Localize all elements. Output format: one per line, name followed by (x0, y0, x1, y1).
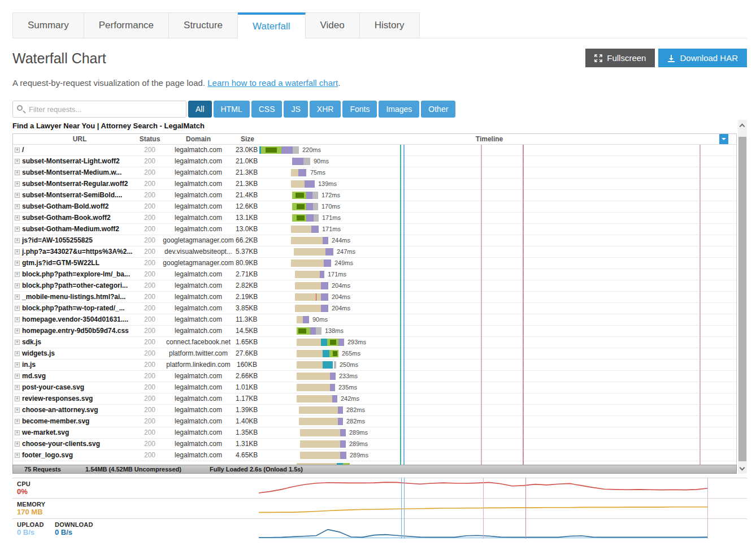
request-url: subset-Gotham-Bold.woff2 (21, 201, 138, 212)
table-row[interactable]: +choose-your-clients.svg200legalmatch.co… (13, 439, 736, 450)
filter-btn-other[interactable]: Other (421, 101, 455, 118)
expand-row-icon[interactable]: + (15, 249, 20, 254)
tab-video[interactable]: Video (306, 12, 360, 38)
table-row[interactable]: +choose-an-attorney.svg200legalmatch.com… (13, 405, 736, 416)
tab-structure[interactable]: Structure (169, 12, 238, 38)
table-row[interactable]: +subset-Gotham-Bold.woff2200legalmatch.c… (13, 201, 736, 213)
expand-row-icon[interactable]: + (15, 148, 20, 153)
table-row[interactable]: +footer_logo.svg200legalmatch.com4.65KB2… (13, 450, 736, 461)
expand-row-icon[interactable]: + (15, 261, 20, 266)
download-har-button[interactable]: Download HAR (658, 49, 747, 67)
request-timeline: 172ms (259, 190, 736, 201)
expand-row-icon[interactable]: + (15, 351, 20, 356)
table-row[interactable]: +block.php?path=other-categori...200lega… (13, 280, 736, 292)
table-row[interactable]: +block.php?path=w-top-rated/_...200legal… (13, 303, 736, 314)
table-row[interactable]: +subset-Montserrat-Light.woff2200legalma… (13, 156, 736, 167)
request-url: choose-an-attorney.svg (21, 405, 138, 416)
table-row[interactable]: +subset-Gotham-Book.woff2200legalmatch.c… (13, 213, 736, 224)
table-row[interactable]: +homepage.entry-9d50b59d74.css200legalma… (13, 326, 736, 337)
tab-performance[interactable]: Performance (84, 12, 169, 38)
filter-btn-css[interactable]: CSS (251, 101, 283, 118)
filter-btn-xhr[interactable]: XHR (310, 101, 341, 118)
request-url: widgets.js (21, 348, 138, 359)
tab-history[interactable]: History (360, 12, 420, 38)
table-row[interactable]: +review-responses.svg200legalmatch.com1.… (13, 393, 736, 405)
table-row[interactable]: +subset-Montserrat-Medium.w...200legalma… (13, 167, 736, 179)
scrollbar-thumb[interactable] (738, 137, 746, 461)
table-row[interactable]: +subset-Montserrat-SemiBold....200legalm… (13, 190, 736, 201)
scroll-up-icon[interactable] (740, 123, 745, 128)
expand-row-icon[interactable]: + (15, 272, 20, 277)
waterfall-help-link[interactable]: Learn how to read a waterfall chart (207, 78, 338, 88)
table-row[interactable]: +homepage.vendor-3504d01631....200legalm… (13, 314, 736, 326)
expand-row-icon[interactable]: + (15, 159, 20, 164)
tab-summary[interactable]: Summary (12, 12, 84, 38)
filter-btn-all[interactable]: All (188, 101, 212, 118)
expand-row-icon[interactable]: + (15, 328, 20, 334)
expand-row-icon[interactable]: + (15, 453, 20, 458)
cpu-chart (259, 478, 708, 499)
expand-row-icon[interactable]: + (15, 442, 20, 447)
expand-row-icon[interactable]: + (15, 295, 20, 300)
table-row[interactable]: +sdk.js200connect.facebook.net1.65KB293m… (13, 337, 736, 348)
expand-row-icon[interactable]: + (15, 408, 20, 413)
expand-row-icon[interactable]: + (15, 215, 20, 220)
request-size: 1.01KB (236, 382, 259, 393)
timeline-options-dropdown[interactable] (719, 134, 728, 144)
table-row[interactable]: +widgets.js200platform.twitter.com27.6KB… (13, 348, 736, 360)
filter-btn-images[interactable]: Images (379, 101, 419, 118)
request-size: 80.9KB (236, 258, 259, 269)
filter-btn-fonts[interactable]: Fonts (342, 101, 377, 118)
filter-btn-js[interactable]: JS (284, 101, 307, 118)
request-domain: googletagmanager.com (161, 258, 236, 269)
request-timeline: 247ms (259, 246, 736, 257)
request-domain: legalmatch.com (161, 371, 236, 382)
filter-requests-input[interactable] (12, 101, 186, 118)
table-row[interactable]: +subset-Montserrat-Regular.woff2200legal… (13, 179, 736, 190)
expand-row-icon[interactable]: + (15, 340, 20, 345)
waterfall-segment-r (316, 293, 316, 301)
expand-row-icon[interactable]: + (15, 204, 20, 209)
expand-row-icon[interactable]: + (15, 430, 20, 435)
expand-row-icon[interactable]: + (15, 283, 20, 288)
request-status: 200 (138, 393, 161, 404)
expand-row-icon[interactable]: + (15, 317, 20, 322)
vertical-scrollbar[interactable] (738, 120, 747, 474)
request-time-label: 247ms (337, 246, 355, 257)
table-row[interactable]: +md.svg200legalmatch.com2.66KB233ms (13, 371, 736, 382)
expand-row-icon[interactable]: + (15, 374, 20, 379)
table-row[interactable]: +j.php?a=343027&u=https%3A%2...200dev.vi… (13, 246, 736, 258)
expand-row-icon[interactable]: + (15, 170, 20, 175)
request-status: 200 (138, 427, 161, 438)
request-size: 5.37KB (236, 246, 259, 257)
expand-row-icon[interactable]: + (15, 227, 20, 232)
request-time-label: 282ms (346, 405, 365, 416)
filter-btn-html[interactable]: HTML (214, 101, 250, 118)
table-row[interactable]: +block.php?path=explore-lm/_ba...200lega… (13, 269, 736, 280)
request-size: 1.35KB (236, 427, 259, 438)
table-row[interactable]: +in.js200platform.linkedin.com160KB250ms (13, 360, 736, 371)
table-row[interactable]: +subset-Gotham-Medium.woff2200legalmatch… (13, 224, 736, 235)
expand-row-icon[interactable]: + (15, 419, 20, 424)
expand-row-icon[interactable]: + (15, 306, 20, 311)
table-row[interactable]: +js?id=AW-1055255825200googletagmanager.… (13, 235, 736, 246)
scroll-down-icon[interactable] (740, 466, 745, 471)
waterfall-segment-dk (266, 148, 277, 153)
request-size: 4.65KB (236, 450, 259, 461)
table-row[interactable]: +we-market.svg200legalmatch.com1.35KB289… (13, 427, 736, 439)
fullscreen-button[interactable]: Fullscreen (585, 49, 655, 67)
table-row[interactable]: +_mobile-menu-listings.html?ai...200lega… (13, 292, 736, 303)
request-timeline: 220ms (259, 145, 736, 155)
expand-row-icon[interactable]: + (15, 396, 20, 401)
tab-waterfall[interactable]: Waterfall (238, 12, 305, 39)
expand-row-icon[interactable]: + (15, 385, 20, 390)
expand-row-icon[interactable]: + (15, 238, 20, 243)
expand-row-icon[interactable]: + (15, 193, 20, 198)
expand-row-icon[interactable]: + (15, 181, 20, 187)
table-row[interactable]: +/200legalmatch.com23.0KB220ms (13, 145, 736, 156)
table-row[interactable]: +post-your-case.svg200legalmatch.com1.01… (13, 382, 736, 393)
waterfall-segment-c (323, 361, 333, 369)
table-row[interactable]: +become-member.svg200legalmatch.com1.40K… (13, 416, 736, 427)
table-row[interactable]: +gtm.js?id=GTM-5W22LL200googletagmanager… (13, 258, 736, 269)
expand-row-icon[interactable]: + (15, 362, 20, 367)
